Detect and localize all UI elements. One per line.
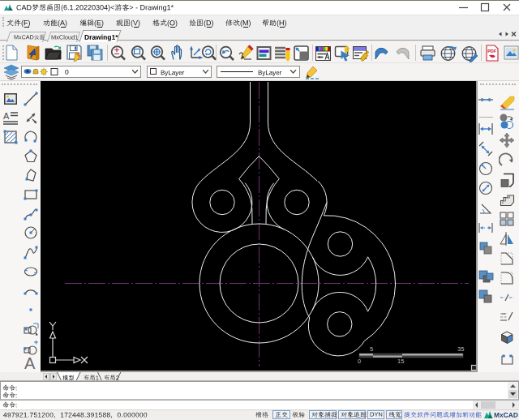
svg-text:A: A: [3, 111, 10, 121]
svg-text:A: A: [24, 354, 36, 371]
svg-text:35: 35: [457, 345, 464, 353]
svg-text:15: 15: [397, 358, 404, 365]
svg-text:PDF: PDF: [487, 49, 497, 54]
svg-text:5: 5: [370, 345, 373, 353]
svg-text:0: 0: [358, 358, 361, 365]
